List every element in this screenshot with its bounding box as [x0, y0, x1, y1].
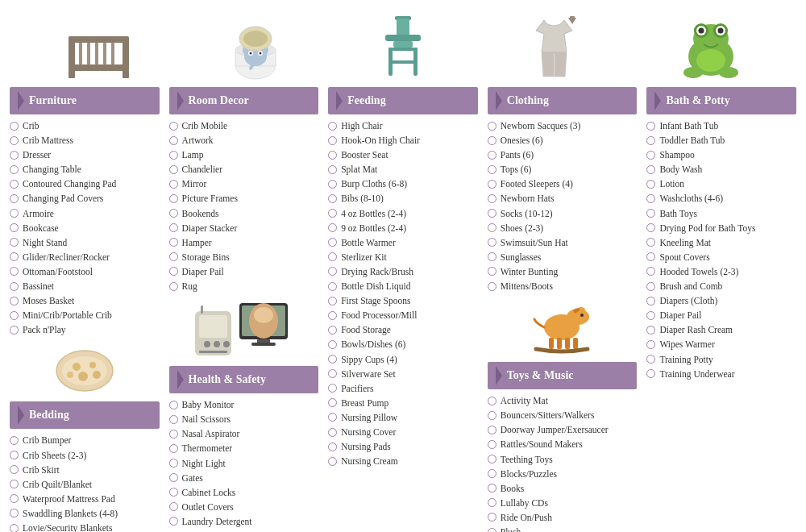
- checkbox-circle[interactable]: [488, 252, 496, 261]
- checkbox-circle[interactable]: [646, 209, 655, 218]
- checkbox-circle[interactable]: [10, 465, 19, 474]
- checkbox-circle[interactable]: [10, 267, 19, 276]
- checkbox-circle[interactable]: [169, 401, 178, 409]
- checkbox-circle[interactable]: [328, 252, 337, 261]
- checkbox-circle[interactable]: [328, 151, 337, 160]
- checkbox-circle[interactable]: [10, 252, 19, 261]
- checkbox-circle[interactable]: [10, 180, 19, 189]
- checkbox-circle[interactable]: [646, 252, 655, 261]
- checkbox-circle[interactable]: [488, 267, 496, 276]
- checkbox-circle[interactable]: [169, 267, 178, 276]
- checkbox-circle[interactable]: [10, 297, 19, 305]
- checkbox-circle[interactable]: [169, 165, 178, 174]
- checkbox-circle[interactable]: [488, 223, 496, 232]
- checkbox-circle[interactable]: [169, 282, 178, 291]
- checkbox-circle[interactable]: [488, 513, 496, 522]
- checkbox-circle[interactable]: [10, 451, 19, 459]
- checkbox-circle[interactable]: [328, 384, 337, 393]
- checkbox-circle[interactable]: [328, 428, 337, 437]
- checkbox-circle[interactable]: [328, 165, 337, 174]
- checkbox-circle[interactable]: [10, 480, 19, 488]
- checkbox-circle[interactable]: [169, 252, 178, 261]
- checkbox-circle[interactable]: [169, 415, 178, 424]
- checkbox-circle[interactable]: [328, 457, 337, 466]
- checkbox-circle[interactable]: [328, 326, 337, 335]
- checkbox-circle[interactable]: [328, 180, 337, 189]
- checkbox-circle[interactable]: [646, 136, 655, 145]
- checkbox-circle[interactable]: [10, 282, 19, 291]
- checkbox-circle[interactable]: [169, 459, 178, 468]
- checkbox-circle[interactable]: [10, 238, 19, 247]
- checkbox-circle[interactable]: [488, 498, 496, 507]
- checkbox-circle[interactable]: [488, 151, 496, 160]
- checkbox-circle[interactable]: [10, 122, 19, 131]
- checkbox-circle[interactable]: [169, 444, 178, 453]
- checkbox-circle[interactable]: [488, 282, 496, 291]
- checkbox-circle[interactable]: [328, 122, 337, 131]
- checkbox-circle[interactable]: [646, 355, 655, 364]
- checkbox-circle[interactable]: [488, 469, 496, 478]
- checkbox-circle[interactable]: [328, 223, 337, 232]
- checkbox-circle[interactable]: [169, 223, 178, 232]
- checkbox-circle[interactable]: [10, 209, 19, 218]
- checkbox-circle[interactable]: [646, 122, 655, 131]
- checkbox-circle[interactable]: [10, 194, 19, 203]
- checkbox-circle[interactable]: [488, 180, 496, 189]
- checkbox-circle[interactable]: [646, 282, 655, 291]
- checkbox-circle[interactable]: [328, 209, 337, 218]
- checkbox-circle[interactable]: [169, 502, 178, 511]
- checkbox-circle[interactable]: [169, 122, 178, 131]
- checkbox-circle[interactable]: [10, 223, 19, 232]
- checkbox-circle[interactable]: [328, 194, 337, 203]
- checkbox-circle[interactable]: [646, 194, 655, 203]
- checkbox-circle[interactable]: [169, 238, 178, 247]
- checkbox-circle[interactable]: [488, 397, 496, 405]
- checkbox-circle[interactable]: [169, 151, 178, 160]
- checkbox-circle[interactable]: [328, 282, 337, 291]
- checkbox-circle[interactable]: [646, 267, 655, 276]
- checkbox-circle[interactable]: [646, 369, 655, 378]
- checkbox-circle[interactable]: [328, 355, 337, 364]
- checkbox-circle[interactable]: [328, 267, 337, 276]
- checkbox-circle[interactable]: [10, 136, 19, 145]
- checkbox-circle[interactable]: [488, 484, 496, 493]
- checkbox-circle[interactable]: [646, 326, 655, 335]
- checkbox-circle[interactable]: [488, 122, 496, 131]
- checkbox-circle[interactable]: [488, 528, 496, 532]
- checkbox-circle[interactable]: [10, 524, 19, 532]
- checkbox-circle[interactable]: [488, 238, 496, 247]
- checkbox-circle[interactable]: [10, 326, 19, 335]
- checkbox-circle[interactable]: [10, 151, 19, 160]
- checkbox-circle[interactable]: [488, 411, 496, 420]
- checkbox-circle[interactable]: [169, 517, 178, 526]
- checkbox-circle[interactable]: [488, 440, 496, 449]
- checkbox-circle[interactable]: [646, 180, 655, 189]
- checkbox-circle[interactable]: [169, 473, 178, 482]
- checkbox-circle[interactable]: [169, 180, 178, 189]
- checkbox-circle[interactable]: [328, 443, 337, 451]
- checkbox-circle[interactable]: [328, 238, 337, 247]
- checkbox-circle[interactable]: [646, 223, 655, 232]
- checkbox-circle[interactable]: [169, 194, 178, 203]
- checkbox-circle[interactable]: [10, 436, 19, 445]
- checkbox-circle[interactable]: [328, 413, 337, 422]
- checkbox-circle[interactable]: [646, 151, 655, 160]
- checkbox-circle[interactable]: [328, 398, 337, 407]
- checkbox-circle[interactable]: [10, 311, 19, 320]
- checkbox-circle[interactable]: [328, 297, 337, 305]
- checkbox-circle[interactable]: [10, 494, 19, 503]
- checkbox-circle[interactable]: [169, 136, 178, 145]
- checkbox-circle[interactable]: [646, 238, 655, 247]
- checkbox-circle[interactable]: [646, 340, 655, 349]
- checkbox-circle[interactable]: [328, 136, 337, 145]
- checkbox-circle[interactable]: [328, 340, 337, 349]
- checkbox-circle[interactable]: [328, 369, 337, 378]
- checkbox-circle[interactable]: [169, 209, 178, 218]
- checkbox-circle[interactable]: [646, 311, 655, 320]
- checkbox-circle[interactable]: [169, 488, 178, 497]
- checkbox-circle[interactable]: [646, 297, 655, 305]
- checkbox-circle[interactable]: [488, 426, 496, 434]
- checkbox-circle[interactable]: [488, 136, 496, 145]
- checkbox-circle[interactable]: [488, 194, 496, 203]
- checkbox-circle[interactable]: [646, 165, 655, 174]
